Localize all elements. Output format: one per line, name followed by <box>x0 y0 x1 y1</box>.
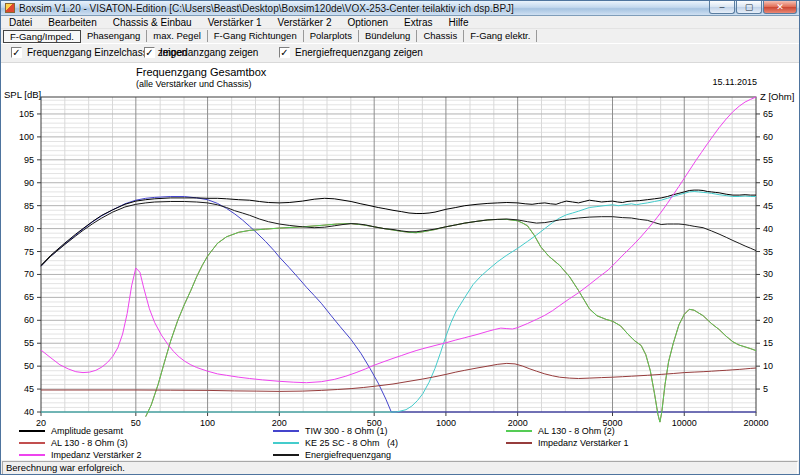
legend-label: AL 130 - 8 Ohm (3) <box>51 438 128 448</box>
svg-text:40: 40 <box>763 224 773 234</box>
checkbox-label: Impedanzgang zeigen <box>160 47 258 58</box>
svg-text:15: 15 <box>763 338 773 348</box>
svg-text:65: 65 <box>763 109 773 119</box>
legend-label: Amplitude gesamt <box>51 426 123 436</box>
frequency-response-chart: 4045505560657075808590951001055101520253… <box>1 63 800 460</box>
svg-text:20000: 20000 <box>743 418 768 428</box>
svg-text:5: 5 <box>763 384 768 394</box>
checkbox-impedanzgang-zeigen[interactable]: ✓Impedanzgang zeigen <box>144 47 258 58</box>
checkmark-icon[interactable]: ✓ <box>11 47 22 58</box>
app-window: Boxsim V1.20 - VISATON-Edition [C:\Users… <box>0 0 800 475</box>
legend-item-ke-25-sc-8-ohm-4: KE 25 SC - 8 Ohm (4) <box>273 437 398 449</box>
svg-text:35: 35 <box>763 247 773 257</box>
svg-text:30: 30 <box>763 269 773 279</box>
legend-item-tiw-300-8-ohm-1: TIW 300 - 8 Ohm (1) <box>273 425 388 437</box>
menu-item-verst-rker-1[interactable]: Verstärker 1 <box>200 17 270 28</box>
menu-item-chassis-einbau[interactable]: Chassis & Einbau <box>105 17 200 28</box>
checkmark-icon[interactable]: ✓ <box>144 47 155 58</box>
checkbox-label: Energiefrequenzgang zeigen <box>295 47 423 58</box>
window-title: Boxsim V1.20 - VISATON-Edition [C:\Users… <box>19 3 514 14</box>
legend-swatch <box>19 442 45 444</box>
svg-text:55: 55 <box>763 155 773 165</box>
svg-text:45: 45 <box>763 201 773 211</box>
menu-item-verst-rker-2[interactable]: Verstärker 2 <box>270 17 340 28</box>
svg-text:50: 50 <box>131 418 141 428</box>
chart-title: Frequenzgang Gesamtbox <box>136 66 266 78</box>
chart-date: 15.11.2015 <box>713 77 757 87</box>
legend-swatch <box>273 454 299 456</box>
svg-text:80: 80 <box>24 224 34 234</box>
svg-text:55: 55 <box>24 338 34 348</box>
legend-label: KE 25 SC - 8 Ohm (4) <box>305 438 398 448</box>
status-bar: Berechnung war erfolgreich. <box>1 460 799 475</box>
svg-text:85: 85 <box>24 201 34 211</box>
svg-text:100: 100 <box>19 132 34 142</box>
svg-text:40: 40 <box>24 407 34 417</box>
legend-swatch <box>273 430 299 432</box>
close-button[interactable]: ✕ <box>763 1 797 14</box>
y-axis-right-label: Z [Ohm] <box>760 91 794 102</box>
tab-chassis[interactable]: Chassis <box>417 30 464 42</box>
svg-text:10: 10 <box>763 361 773 371</box>
legend-label: Impedanz Verstärker 1 <box>538 438 629 448</box>
svg-text:90: 90 <box>24 178 34 188</box>
chart-subtitle: (alle Verstärker und Chassis) <box>136 79 252 89</box>
minimize-button[interactable]: – <box>709 1 735 14</box>
y-axis-left-label: SPL [dB] <box>4 89 41 100</box>
svg-text:105: 105 <box>19 109 34 119</box>
svg-text:45: 45 <box>24 384 34 394</box>
tab-f-gang-elektr[interactable]: F-Gang elektr. <box>464 30 537 42</box>
legend-item-al-130-8-ohm-2: AL 130 - 8 Ohm (2) <box>506 425 615 437</box>
menu-bar: DateiBearbeitenChassis & EinbauVerstärke… <box>1 16 799 29</box>
svg-text:60: 60 <box>24 315 34 325</box>
legend-item-impedanz-verst-rker-2: Impedanz Verstärker 2 <box>19 449 142 461</box>
checkbox-row: ✓Frequenzgang Einzelchassis zeigen✓Imped… <box>1 43 799 63</box>
app-icon <box>5 3 15 13</box>
checkbox-energiefrequenzgang-zeigen[interactable]: ✓Energiefrequenzgang zeigen <box>279 47 423 58</box>
legend-swatch <box>506 442 532 444</box>
legend-label: Impedanz Verstärker 2 <box>51 450 142 460</box>
tab-f-gang-imped[interactable]: F-Gang/Imped. <box>3 30 81 43</box>
maximize-button[interactable]: ▢ <box>736 1 762 14</box>
tab-b-ndelung[interactable]: Bündelung <box>359 30 417 42</box>
legend-item-al-130-8-ohm-3: AL 130 - 8 Ohm (3) <box>19 437 128 449</box>
tab-phasengang[interactable]: Phasengang <box>81 30 147 42</box>
menu-item-optionen[interactable]: Optionen <box>340 17 397 28</box>
status-text: Berechnung war erfolgreich. <box>2 461 798 475</box>
menu-item-extras[interactable]: Extras <box>396 17 440 28</box>
legend-item-amplitude-gesamt: Amplitude gesamt <box>19 425 123 437</box>
legend-item-energiefrequenzgang: Energiefrequenzgang <box>273 449 391 461</box>
legend-item-impedanz-verst-rker-1: Impedanz Verstärker 1 <box>506 437 629 449</box>
legend-label: AL 130 - 8 Ohm (2) <box>538 426 615 436</box>
svg-text:50: 50 <box>24 361 34 371</box>
legend-label: TIW 300 - 8 Ohm (1) <box>305 426 388 436</box>
menu-item-bearbeiten[interactable]: Bearbeiten <box>40 17 104 28</box>
checkmark-icon[interactable]: ✓ <box>279 47 290 58</box>
svg-text:1000: 1000 <box>436 418 456 428</box>
svg-text:10000: 10000 <box>672 418 697 428</box>
svg-text:25: 25 <box>763 292 773 302</box>
tab-polarplots[interactable]: Polarplots <box>304 30 359 42</box>
svg-text:60: 60 <box>763 132 773 142</box>
svg-text:65: 65 <box>24 292 34 302</box>
tab-bar: F-Gang/Imped.Phasengangmax. PegelF-Gang … <box>1 29 799 43</box>
svg-text:50: 50 <box>763 178 773 188</box>
svg-text:100: 100 <box>200 418 215 428</box>
menu-item-datei[interactable]: Datei <box>1 17 40 28</box>
tab-max-pegel[interactable]: max. Pegel <box>147 30 208 42</box>
svg-text:70: 70 <box>24 269 34 279</box>
svg-text:95: 95 <box>24 155 34 165</box>
menu-item-hilfe[interactable]: Hilfe <box>440 17 476 28</box>
legend-swatch <box>273 442 299 444</box>
legend-swatch <box>19 454 45 456</box>
title-bar: Boxsim V1.20 - VISATON-Edition [C:\Users… <box>1 1 799 16</box>
tab-f-gang-richtungen[interactable]: F-Gang Richtungen <box>208 30 304 42</box>
chart-panel: 4045505560657075808590951001055101520253… <box>1 63 799 460</box>
legend-swatch <box>19 430 45 432</box>
svg-text:20: 20 <box>763 315 773 325</box>
legend-label: Energiefrequenzgang <box>305 450 391 460</box>
svg-text:75: 75 <box>24 247 34 257</box>
legend-swatch <box>506 430 532 432</box>
